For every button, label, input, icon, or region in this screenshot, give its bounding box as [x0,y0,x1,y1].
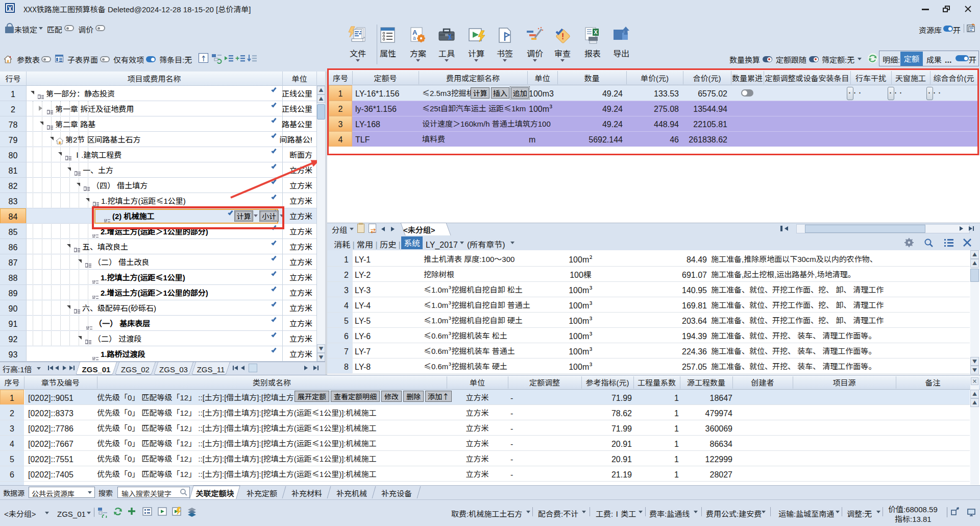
svg-text:+: + [235,53,239,63]
svg-text:X: X [594,29,598,35]
svg-text:!: ! [561,32,564,41]
svg-text:a: a [413,35,416,41]
